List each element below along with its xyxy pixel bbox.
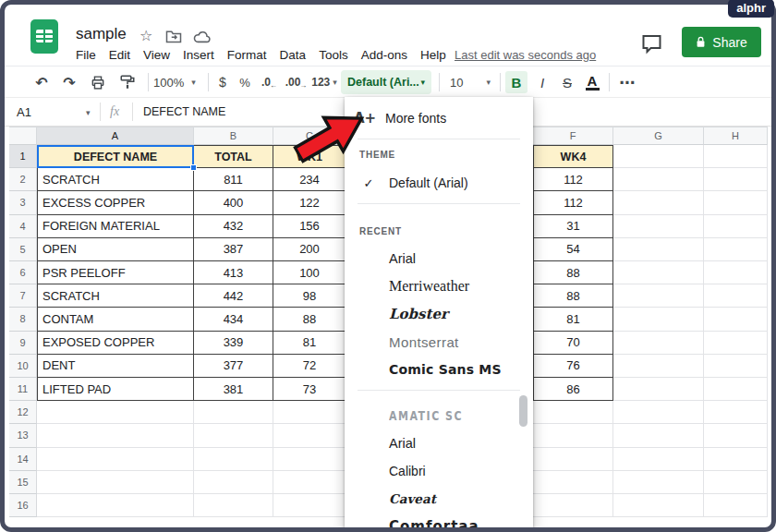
cell-C9[interactable]: 81: [273, 332, 346, 355]
cell-G4[interactable]: [613, 215, 704, 238]
row-header-5[interactable]: 5: [9, 238, 37, 261]
row-header-11[interactable]: 11: [9, 378, 37, 401]
font-option-calibri-2[interactable]: Calibri: [345, 457, 533, 485]
cell-A16[interactable]: [37, 494, 194, 517]
cell-F6[interactable]: 88: [533, 261, 613, 284]
cell-H4[interactable]: [704, 215, 768, 238]
cell-F11[interactable]: 86: [533, 378, 613, 401]
row-header-13[interactable]: 13: [9, 424, 37, 447]
cell-H16[interactable]: [704, 494, 768, 517]
cell-G8[interactable]: [613, 308, 704, 331]
cell-A9[interactable]: EXPOSED COPPER: [37, 332, 194, 355]
row-header-7[interactable]: 7: [9, 284, 37, 308]
font-option-lobster[interactable]: Lobster: [345, 300, 533, 328]
font-option-caveat-3[interactable]: Caveat: [345, 485, 533, 513]
cell-C16[interactable]: [273, 494, 346, 517]
cell-A3[interactable]: EXCESS COPPER: [37, 191, 194, 214]
cell-G11[interactable]: [613, 378, 704, 401]
cell-F7[interactable]: 88: [533, 284, 613, 308]
cell-A5[interactable]: OPEN: [37, 238, 194, 261]
cell-G6[interactable]: [613, 261, 704, 284]
menu-item-more-fonts[interactable]: A+ More fonts: [345, 104, 533, 132]
cell-A11[interactable]: LIFTED PAD: [37, 378, 194, 401]
cell-B5[interactable]: 387: [194, 238, 273, 261]
cell-C13[interactable]: [273, 424, 346, 447]
cell-C11[interactable]: 73: [273, 378, 346, 401]
cell-H7[interactable]: [704, 284, 768, 308]
cell-C12[interactable]: [273, 401, 346, 424]
font-option-amatic-sc-0[interactable]: Amatic SC: [345, 399, 533, 432]
cell-G10[interactable]: [613, 355, 704, 378]
cell-G9[interactable]: [613, 332, 704, 355]
cell-B7[interactable]: 442: [194, 284, 273, 308]
cell-F13[interactable]: [533, 424, 613, 447]
cell-C14[interactable]: [273, 448, 346, 471]
cell-B14[interactable]: [194, 448, 273, 471]
cell-A4[interactable]: FOREIGN MATERIAL: [37, 215, 194, 238]
column-header-F[interactable]: F: [533, 127, 613, 145]
cell-H11[interactable]: [704, 378, 768, 401]
cell-A14[interactable]: [37, 448, 194, 471]
cell-B8[interactable]: 434: [194, 308, 273, 331]
cell-B9[interactable]: 339: [194, 332, 273, 355]
row-header-10[interactable]: 10: [9, 355, 37, 378]
cell-H10[interactable]: [704, 355, 768, 378]
cell-H8[interactable]: [704, 308, 768, 331]
cell-A6[interactable]: PSR PEELOFF: [37, 261, 194, 284]
cell-G16[interactable]: [613, 494, 704, 517]
cell-B4[interactable]: 432: [194, 215, 273, 238]
column-header-G[interactable]: G: [613, 127, 704, 145]
cell-G15[interactable]: [613, 471, 704, 494]
cell-F16[interactable]: [533, 494, 613, 517]
cell-H2[interactable]: [704, 168, 768, 191]
fill-handle[interactable]: [190, 164, 197, 171]
cell-G3[interactable]: [613, 191, 704, 214]
cell-A13[interactable]: [37, 424, 194, 447]
cell-G14[interactable]: [613, 448, 704, 471]
row-header-15[interactable]: 15: [9, 471, 37, 494]
cell-F3[interactable]: 112: [533, 191, 613, 214]
cell-A10[interactable]: DENT: [37, 355, 194, 378]
cell-H15[interactable]: [704, 471, 768, 494]
cell-F14[interactable]: [533, 448, 613, 471]
cell-H6[interactable]: [704, 261, 768, 284]
cell-C7[interactable]: 98: [273, 284, 346, 308]
row-header-12[interactable]: 12: [9, 401, 37, 424]
row-header-14[interactable]: 14: [9, 448, 37, 471]
column-header-H[interactable]: H: [704, 127, 768, 145]
dropdown-scrollbar-thumb[interactable]: [519, 395, 527, 427]
font-option-arial-1[interactable]: Arial: [345, 429, 533, 457]
cell-C3[interactable]: 122: [273, 191, 346, 214]
row-header-3[interactable]: 3: [9, 191, 37, 214]
cell-G2[interactable]: [613, 168, 704, 191]
cell-B1[interactable]: TOTAL: [194, 145, 273, 168]
cell-C8[interactable]: 88: [273, 308, 346, 331]
row-header-1[interactable]: 1: [9, 145, 37, 168]
column-header-A[interactable]: A: [37, 127, 194, 145]
cell-C5[interactable]: 200: [273, 238, 346, 261]
cell-B13[interactable]: [194, 424, 273, 447]
font-option-arial[interactable]: Arial: [345, 245, 533, 272]
row-header-9[interactable]: 9: [9, 332, 37, 355]
cell-B6[interactable]: 413: [194, 261, 273, 284]
cell-F2[interactable]: 112: [533, 168, 613, 191]
cell-B10[interactable]: 377: [194, 355, 273, 378]
cell-H12[interactable]: [704, 401, 768, 424]
cell-G1[interactable]: [613, 145, 704, 168]
cell-A2[interactable]: SCRATCH: [37, 168, 194, 191]
cell-F15[interactable]: [533, 471, 613, 494]
cell-H13[interactable]: [704, 424, 768, 447]
cell-F9[interactable]: 70: [533, 332, 613, 355]
row-header-8[interactable]: 8: [9, 308, 37, 331]
cell-A1[interactable]: DEFECT NAME: [37, 145, 194, 168]
cell-C15[interactable]: [273, 471, 346, 494]
font-option-comfortaa-4[interactable]: Comfortaa: [345, 513, 533, 527]
cell-H1[interactable]: [704, 145, 768, 168]
column-header-B[interactable]: B: [194, 127, 273, 145]
cell-F5[interactable]: 54: [533, 238, 613, 261]
cell-B3[interactable]: 400: [194, 191, 273, 214]
cell-F1[interactable]: WK4: [533, 145, 613, 168]
font-option-montserrat[interactable]: Montserrat: [345, 328, 533, 356]
row-header-16[interactable]: 16: [9, 494, 37, 517]
cell-H9[interactable]: [704, 332, 768, 355]
